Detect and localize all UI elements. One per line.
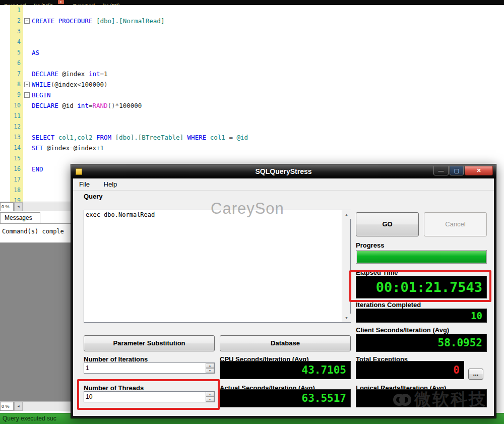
exceptions-more-button[interactable]: ... <box>468 369 483 380</box>
highlight-rect-number-of-threads <box>77 379 220 410</box>
line-number: 16 <box>10 164 23 174</box>
client-seconds-label: Client Seconds/Iteration (Avg) <box>356 326 449 334</box>
code-line: SET @index=@index+1 <box>23 143 504 153</box>
line-number: 15 <box>10 153 23 164</box>
number-of-iterations-label: Number of Iterations <box>84 355 148 363</box>
menu-bar: File Help <box>73 178 494 191</box>
code-line <box>23 153 504 164</box>
code-line: DECLARE @index int=1 <box>23 69 504 79</box>
actual-seconds-display: 63.5517 <box>220 389 351 407</box>
line-number: 6 <box>10 58 23 69</box>
results-zoom-dropdown[interactable]: 0 % ▼ <box>0 402 14 411</box>
code-line <box>23 37 504 47</box>
parameter-substitution-button[interactable]: Parameter Substitution <box>84 335 215 351</box>
results-horizontal-scrollbar[interactable]: ◄ <box>14 402 71 411</box>
line-number: 13 <box>10 132 23 143</box>
line-number: 4 <box>10 37 23 47</box>
window-title: SQLQueryStress <box>71 167 496 175</box>
tab-close-icon[interactable]: x <box>58 0 64 4</box>
line-number: 1 <box>10 5 23 16</box>
stepper-down-icon[interactable]: ▼ <box>206 368 214 373</box>
code-line <box>23 58 504 69</box>
line-number: 8 <box>10 79 23 90</box>
messages-panel: Command(s) comple <box>0 223 71 243</box>
line-number: 5 <box>10 47 23 58</box>
wechat-logo-icon <box>399 394 411 406</box>
editor-zoom-dropdown[interactable]: 0 % ▼ <box>0 202 14 211</box>
line-number: 3 <box>10 26 23 37</box>
iterations-completed-display: 10 <box>356 309 487 323</box>
progress-bar <box>356 250 487 264</box>
maximize-button[interactable]: ▢ <box>450 166 464 175</box>
scroll-down-icon[interactable]: ▼ <box>342 314 351 322</box>
line-number: 9 <box>10 90 23 100</box>
tab-messages[interactable]: Messages <box>0 212 40 223</box>
results-bottom-strip: 0 % ▼ ◄ <box>0 401 71 411</box>
line-number: 11 <box>10 111 23 122</box>
line-number: 18 <box>10 185 23 196</box>
editor-bottom-strip: 0 % ▼ ◄ <box>0 202 71 211</box>
total-exceptions-display: 0 <box>356 361 464 379</box>
line-number: 10 <box>10 100 23 111</box>
text-cursor <box>155 211 155 218</box>
go-button[interactable]: GO <box>356 212 419 236</box>
fold-collapse-icon[interactable]: − <box>24 92 30 98</box>
stepper-up-icon[interactable]: ▲ <box>206 363 214 368</box>
brand-watermark: 微软科技 <box>393 388 487 411</box>
cpu-seconds-display: 43.7105 <box>220 361 351 379</box>
minimize-button[interactable]: — <box>433 166 449 175</box>
fold-collapse-icon[interactable]: − <box>24 18 30 24</box>
messages-text: Command(s) comple <box>0 224 71 235</box>
fold-collapse-icon[interactable]: − <box>24 82 30 87</box>
scroll-left-icon[interactable]: ◄ <box>14 202 23 211</box>
line-number: 2 <box>10 16 23 26</box>
brand-watermark-text: 微软科技 <box>414 388 487 411</box>
number-of-iterations-input[interactable] <box>86 364 203 373</box>
menu-help[interactable]: Help <box>98 178 123 190</box>
menu-file[interactable]: File <box>73 178 96 190</box>
number-of-iterations-stepper[interactable]: ▲ ▼ <box>84 362 215 374</box>
code-line: DECLARE @id int=RAND()*100000 <box>23 100 504 111</box>
cancel-button[interactable]: Cancel <box>424 212 487 236</box>
screen: Query1.sql - ...(sa (54))*xQuery2.sql - … <box>0 0 504 424</box>
line-number: 7 <box>10 69 23 79</box>
progress-label: Progress <box>356 241 384 249</box>
query-textarea[interactable]: exec dbo.NormalRead ▲ ▼ <box>84 210 351 323</box>
code-line: −BEGIN <box>23 90 504 100</box>
line-number-gutter: 12345678910111213141516171819 <box>10 5 23 207</box>
client-seconds-display: 58.0952 <box>356 334 487 352</box>
dock-background <box>0 243 71 401</box>
iterations-completed-label: Iterations Completed <box>356 301 421 309</box>
highlight-rect-elapsed-time <box>349 270 491 302</box>
scroll-up-icon[interactable]: ▲ <box>342 210 351 219</box>
query-label: Query <box>84 193 103 200</box>
code-line: SELECT col1,col2 FROM [dbo].[BTreeTable]… <box>23 132 504 143</box>
line-number: 14 <box>10 143 23 153</box>
code-line <box>23 122 504 132</box>
scroll-left-icon[interactable]: ◄ <box>14 402 23 411</box>
query-text: exec dbo.NormalRead <box>86 211 155 218</box>
line-number: 12 <box>10 122 23 132</box>
code-line <box>23 5 504 16</box>
line-number: 17 <box>10 174 23 185</box>
code-line <box>23 111 504 122</box>
status-text: Query executed suc <box>3 415 56 422</box>
progress-fill <box>357 251 486 263</box>
title-bar[interactable]: SQLQueryStress — ▢ ✕ <box>71 164 496 178</box>
query-scrollbar[interactable]: ▲ ▼ <box>342 210 350 322</box>
code-line: −WHILE(@index<100000) <box>23 79 504 90</box>
close-button[interactable]: ✕ <box>465 166 493 175</box>
code-line <box>23 26 504 37</box>
document-tab-bar: Query1.sql - ...(sa (54))*xQuery2.sql - … <box>0 0 504 5</box>
careyson-watermark: CareySon <box>211 200 284 218</box>
database-button[interactable]: Database <box>220 335 351 351</box>
code-line: AS <box>23 47 504 58</box>
code-line: −CREATE PROCEDURE [dbo].[NormalRead] <box>23 16 504 26</box>
editor-horizontal-scrollbar[interactable]: ◄ <box>14 202 71 211</box>
